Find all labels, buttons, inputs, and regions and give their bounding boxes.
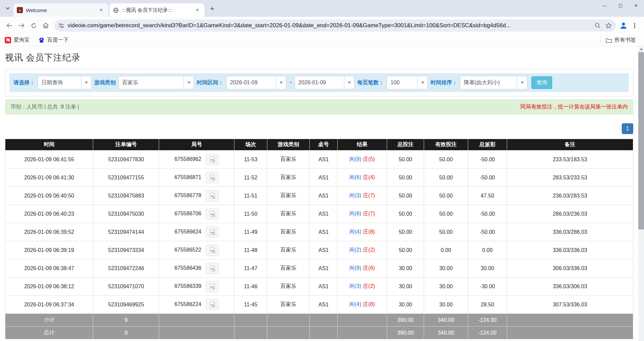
total-bet-cell[interactable]: 50.00	[387, 151, 424, 169]
column-header: 时间	[5, 139, 93, 151]
valid-bet-cell: 30.00	[424, 259, 468, 278]
empty-cell	[337, 314, 387, 327]
column-header: 总投注	[387, 139, 424, 151]
round-cell: 675586224	[159, 296, 234, 314]
note-cell: 336.03/336.03	[507, 241, 633, 259]
watch-video-button[interactable]	[205, 281, 219, 292]
globe-icon	[113, 7, 119, 13]
round-number: 675586436	[175, 265, 201, 271]
page-size-select[interactable]: 100	[387, 76, 428, 89]
watch-video-button[interactable]	[205, 299, 219, 310]
player-result: 闲(6)	[349, 174, 362, 180]
round-number: 675586224	[175, 301, 201, 307]
round-cell: 675586962	[159, 151, 234, 169]
watch-video-button[interactable]	[205, 226, 219, 238]
bookmark-star-icon[interactable]	[605, 23, 612, 29]
session-cell: 11-52	[234, 169, 267, 187]
scrollbar-up-arrow[interactable]	[638, 46, 644, 52]
window-close-button[interactable]: ×	[628, 0, 644, 11]
new-tab-button[interactable]: +	[207, 4, 217, 14]
watch-video-button[interactable]	[205, 208, 219, 220]
game-type-cell: 百家乐	[267, 205, 310, 223]
total-bet-cell[interactable]: 50.00	[387, 241, 424, 259]
result-cell: 闲(2)庄(2)	[337, 241, 387, 259]
column-header: 局号	[159, 139, 234, 151]
maximize-button[interactable]	[612, 0, 628, 11]
date-end-select[interactable]: 2026-01-09	[295, 76, 354, 89]
url-bar[interactable]: videoie.com/game/betrecord_search/kind3?…	[54, 19, 616, 32]
video-file-icon	[209, 228, 216, 236]
zoom-icon[interactable]	[595, 23, 601, 29]
player-result: 闲(3)	[349, 193, 362, 198]
bet-id-cell: 523109469925	[93, 296, 159, 314]
query-type-select[interactable]: 日期查询	[38, 76, 91, 89]
column-header: 有效投注	[424, 139, 468, 151]
payout-cell: -30.00	[468, 278, 507, 296]
watch-video-button[interactable]	[205, 245, 219, 256]
total-label-cell: 小计	[5, 314, 93, 327]
column-header: 备注	[507, 139, 633, 151]
total-bet-cell[interactable]: 50.00	[387, 223, 424, 241]
total-bet-cell[interactable]: 50.00	[387, 169, 424, 187]
watch-video-button[interactable]	[205, 172, 219, 183]
bookmark-taobao[interactable]: 淘 爱淘宝	[5, 37, 30, 44]
profile-avatar[interactable]	[618, 20, 629, 31]
video-file-icon	[209, 265, 216, 272]
note-cell: 336.03/286.03	[507, 223, 633, 241]
watch-video-button[interactable]	[205, 263, 219, 274]
scrollbar-thumb[interactable]	[638, 52, 644, 229]
tab-bet-records[interactable]: :::视讯 会员下注纪录::: ×	[110, 3, 204, 17]
video-file-icon	[209, 247, 216, 254]
total-bet-cell[interactable]: 30.00	[387, 259, 424, 278]
summary-bar: 币别：人民币 | 总共 :9 注单 | 同局有效投注，统一计算在该局第一张注单内	[5, 99, 633, 115]
video-file-icon	[209, 210, 216, 217]
payout-cell: -50.00	[468, 169, 507, 187]
note-cell	[507, 314, 633, 327]
table-row: 2026-01-09 06:39:52523109474144675586624…	[5, 223, 633, 241]
taobao-icon: 淘	[5, 37, 11, 43]
tab-close-icon[interactable]: ×	[194, 6, 201, 14]
payout-cell: 28.50	[468, 296, 507, 314]
total-bet-cell[interactable]: 50.00	[387, 187, 424, 205]
tab-close-icon[interactable]: ×	[98, 6, 105, 14]
valid-bet-cell: 30.00	[424, 296, 468, 314]
reload-button[interactable]	[28, 19, 40, 32]
game-type-cell: 百家乐	[267, 169, 310, 187]
total-bet-cell[interactable]: 50.00	[387, 205, 424, 223]
date-start-select[interactable]: 2026-01-09	[226, 76, 286, 89]
table-number-cell: AS1	[310, 223, 337, 241]
page-button[interactable]: 1	[622, 123, 633, 134]
back-button[interactable]	[3, 19, 15, 32]
table-number-cell: AS1	[310, 205, 337, 223]
banker-result: 庄(7)	[363, 193, 375, 198]
payout-cell: -50.00	[468, 151, 507, 169]
watch-video-button[interactable]	[205, 154, 219, 165]
table-row: 2026-01-09 06:39:19523109473334675586522…	[5, 241, 633, 259]
player-result: 闲(4)	[349, 301, 362, 307]
banker-result: 庄(4)	[363, 174, 375, 180]
all-bookmarks[interactable]: 所有书签	[600, 37, 636, 44]
bookmark-baidu[interactable]: 百度一下	[38, 37, 69, 44]
total-bet-cell[interactable]: 30.00	[387, 296, 424, 314]
game-category-label: 游戏类别	[94, 79, 116, 86]
round-cell: 675586706	[159, 205, 234, 223]
sort-select[interactable]: 降幂(由大到小)	[460, 76, 527, 89]
forward-button[interactable]	[15, 19, 28, 32]
valid-bet-cell: 50.00	[424, 151, 468, 169]
watch-video-button[interactable]	[205, 190, 219, 202]
minimize-button[interactable]	[597, 0, 612, 11]
tab-search-button[interactable]	[2, 3, 13, 14]
home-icon	[43, 23, 49, 29]
total-bet-cell[interactable]: 30.00	[387, 278, 424, 296]
browser-menu-button[interactable]: ⋮	[629, 19, 641, 32]
tab-welcome[interactable]: ♠ Welcome ×	[13, 3, 108, 17]
game-category-select[interactable]: 百家乐	[118, 76, 194, 89]
page-scrollbar[interactable]	[638, 46, 644, 341]
table-row: 2026-01-09 06:37:34523109469925675586224…	[5, 296, 633, 314]
filter-panel: 请选择： 日期查询 游戏类别 百家乐 时间区间： 2026-01-09 ~ 20…	[5, 69, 633, 96]
home-button[interactable]	[40, 19, 52, 32]
url-text: videoie.com/game/betrecord_search/kind3?…	[68, 22, 595, 29]
valid-bet-cell: 30.00	[424, 278, 468, 296]
search-button[interactable]: 查询	[531, 76, 552, 89]
payout-cell: -50.00	[468, 223, 507, 241]
